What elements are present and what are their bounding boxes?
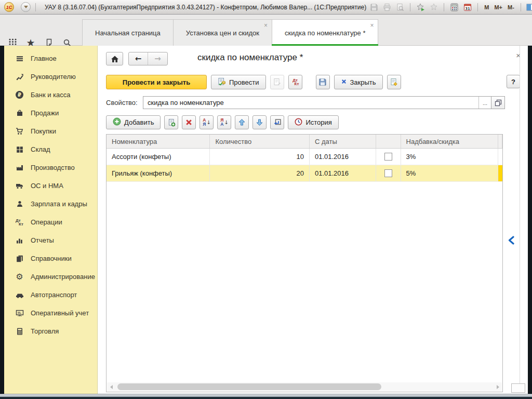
column-header-checkbox[interactable] (376, 135, 401, 148)
column-header-nomenclature[interactable]: Номенклатура (107, 135, 210, 148)
change-form-button[interactable] (387, 75, 401, 89)
delete-row-button[interactable] (182, 115, 196, 129)
sidebar-item-warehouse[interactable]: Склад (4, 140, 97, 158)
close-tab-icon[interactable]: × (370, 22, 374, 29)
cell-nomenclature: Ассорти (конфеты) (107, 149, 210, 165)
tab-price-discount-setup[interactable]: Установка цен и скидок× (174, 19, 272, 46)
post-button[interactable]: Провести (211, 75, 266, 89)
sort-ascending-button[interactable]: АЯ↓ (200, 115, 214, 129)
column-header-markup[interactable]: Надбавка/скидка (401, 135, 499, 148)
person-icon (15, 200, 24, 208)
cell-date: 01.01.2016 (310, 165, 376, 181)
home-button[interactable] (106, 52, 123, 65)
sidebar-item-administration[interactable]: ⚙Администрирование (4, 268, 97, 286)
cell-markup: 3% (401, 149, 499, 165)
debit-credit-button[interactable]: ДтКт (288, 75, 302, 89)
help-button[interactable]: ? (507, 75, 520, 88)
tab-nomenclature-discount[interactable]: скидка по номенклатуре *× (272, 19, 378, 46)
cell-quantity: 20 (210, 165, 309, 181)
memory-minus-button[interactable]: M- (506, 4, 516, 10)
debit-credit-icon: ДтКт (15, 218, 24, 227)
separator (477, 3, 478, 11)
tab-home[interactable]: Начальная страница (82, 19, 174, 46)
gear-icon: ⚙ (15, 272, 24, 281)
post-document-icon (218, 77, 226, 87)
sidebar-item-main[interactable]: Главное (4, 49, 97, 68)
copy-row-button[interactable] (164, 115, 178, 129)
history-button[interactable]: История (288, 115, 338, 129)
calendar-icon[interactable]: 31 (462, 2, 473, 12)
column-header-quantity[interactable]: Количество (210, 135, 309, 148)
scroll-left-icon[interactable] (107, 382, 115, 391)
collapse-panel-icon[interactable] (508, 236, 514, 247)
scroll-thumb[interactable] (117, 383, 381, 390)
cell-checkbox (376, 165, 401, 181)
history-nav-group: ← → (128, 52, 168, 65)
cell-date: 01.01.2016 (310, 149, 376, 165)
close-tab-icon[interactable]: × (264, 22, 268, 29)
memory-plus-button[interactable]: M+ (493, 4, 504, 10)
move-up-button[interactable] (235, 115, 249, 129)
post-and-close-button[interactable]: Провести и закрыть (106, 75, 207, 89)
add-row-button[interactable]: Добавить (106, 115, 161, 129)
property-label: Свойство: (106, 99, 143, 107)
favorites-icon[interactable] (428, 2, 439, 12)
calculator-icon[interactable] (449, 2, 460, 12)
print-preview-icon[interactable] (394, 2, 405, 12)
checkbox[interactable] (384, 169, 392, 177)
window-edge-right (528, 46, 532, 394)
sidebar-item-operations[interactable]: ДтКтОперации (4, 213, 97, 231)
end-edit-button[interactable] (270, 115, 284, 129)
sidebar-item-trade[interactable]: Торговля (4, 322, 97, 340)
window-titlebar: 1С УАУ 8 (3.16.07.04) (БухгалтерияПредпр… (0, 0, 532, 15)
move-down-button[interactable] (252, 115, 267, 129)
open-property-button[interactable] (491, 96, 505, 109)
sidebar-item-vehicles[interactable]: Автотранспорт (4, 286, 97, 304)
table-row-selected[interactable]: Грильяж (конфеты) 20 01.01.2016 5% (107, 165, 502, 182)
factory-icon (15, 163, 24, 172)
cell-nomenclature: Грильяж (конфеты) (107, 165, 210, 181)
scroll-right-icon[interactable] (494, 382, 502, 391)
sort-descending-button[interactable]: ЯА↓ (217, 115, 231, 129)
form-navigation: ← → (106, 52, 168, 65)
table-header-row: Номенклатура Количество С даты Надбавка/… (107, 135, 502, 149)
form-right-border (520, 46, 520, 387)
table-row[interactable]: Ассорти (конфеты) 10 01.01.2016 3% (107, 149, 502, 165)
create-based-on-button[interactable] (270, 75, 284, 89)
sidebar-item-sales[interactable]: Продажи (4, 104, 97, 122)
presentation-board-icon (15, 309, 24, 317)
back-button[interactable]: ← (129, 52, 148, 65)
sidebar-item-reports[interactable]: Отчеты (4, 231, 97, 249)
sidebar-item-purchases[interactable]: Покупки (4, 122, 97, 140)
add-favorite-icon[interactable] (415, 2, 426, 12)
window-bottom-frame (0, 394, 532, 399)
sidebar-item-bank-cash[interactable]: ₽Банк и касса (4, 86, 97, 104)
scroll-track[interactable] (115, 382, 494, 391)
sidebar-item-manager[interactable]: Руководителю (4, 68, 97, 86)
sidebar-item-fixed-assets[interactable]: ОС и НМА (4, 177, 97, 195)
save-button[interactable] (316, 75, 330, 89)
checkbox[interactable] (384, 153, 392, 161)
horizontal-scrollbar[interactable] (107, 382, 502, 391)
split-window-icon[interactable] (526, 2, 532, 12)
separator (35, 3, 36, 11)
1c-logo-icon: 1С (4, 2, 14, 12)
cell-checkbox (376, 149, 401, 165)
memory-recall-button[interactable]: M (483, 4, 490, 10)
property-input[interactable]: скидка по номенклатуре ... (143, 96, 491, 109)
scroll-corner (511, 383, 525, 393)
sidebar-item-salary-hr[interactable]: Зарплата и кадры (4, 195, 97, 213)
sidebar-item-operational-accounting[interactable]: Оперативный учет (4, 304, 97, 322)
form-area: × ← → скидка по номенклатуре * Провести … (98, 46, 528, 394)
column-header-date[interactable]: С даты (310, 135, 376, 148)
choose-button[interactable]: ... (478, 97, 491, 109)
blocks-icon (15, 145, 24, 154)
cell-marker (498, 149, 502, 165)
sidebar-item-references[interactable]: Справочники (4, 249, 97, 268)
sidebar-item-production[interactable]: Производство (4, 158, 97, 177)
save-icon[interactable] (368, 2, 379, 12)
close-button[interactable]: Закрыть (334, 75, 383, 89)
print-icon[interactable] (381, 2, 392, 12)
forward-button[interactable]: → (148, 52, 167, 65)
system-menu-button[interactable] (21, 2, 31, 12)
